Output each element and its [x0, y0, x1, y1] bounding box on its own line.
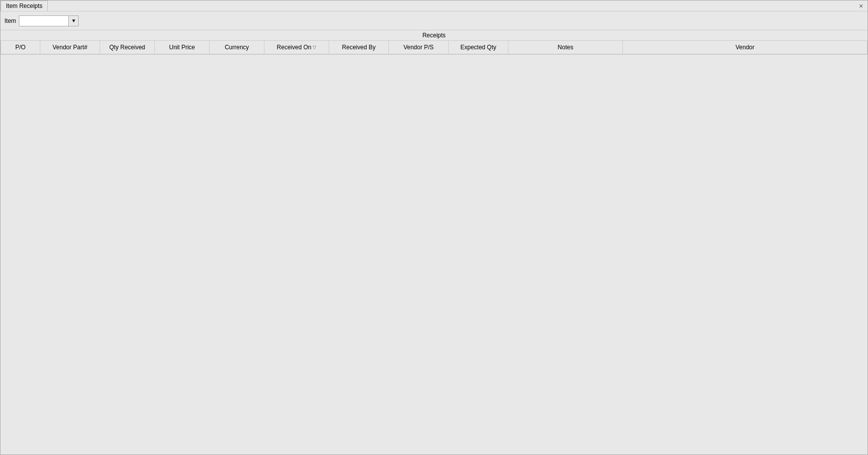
dropdown-arrow-icon: ▼: [71, 18, 76, 23]
col-header-vendor[interactable]: Vendor: [623, 41, 868, 54]
col-header-vendor-ps[interactable]: Vendor P/S: [389, 41, 449, 54]
title-bar: Item Receipts ×: [0, 0, 868, 11]
col-received-by-label: Received By: [342, 44, 375, 51]
col-notes-label: Notes: [558, 44, 573, 51]
item-label: Item: [4, 17, 16, 24]
title-bar-left: Item Receipts: [0, 0, 48, 11]
col-received-on-label: Received On: [277, 44, 311, 51]
item-combo: ▼: [19, 15, 79, 26]
sort-arrow-icon: ▽: [313, 45, 316, 50]
col-po-label: P/O: [15, 44, 26, 51]
col-header-vendor-part[interactable]: Vendor Part#: [40, 41, 100, 54]
col-vendor-label: Vendor: [736, 44, 754, 51]
col-header-received-on[interactable]: Received On ▽: [264, 41, 329, 54]
grid-container: Receipts P/O Vendor Part# Qty Received U…: [0, 30, 868, 455]
col-header-expected-qty[interactable]: Expected Qty: [449, 41, 508, 54]
close-button[interactable]: ×: [857, 1, 866, 10]
main-window: Item Receipts × Item ▼ Receipts P/O Vend…: [0, 0, 868, 455]
toolbar: Item ▼: [0, 11, 868, 30]
receipts-group-header: Receipts: [0, 30, 868, 41]
col-expected-qty-label: Expected Qty: [460, 44, 496, 51]
receipts-group-label: Receipts: [422, 32, 446, 39]
tab-label: Item Receipts: [6, 2, 42, 9]
grid-body: [0, 55, 868, 455]
col-header-unit-price[interactable]: Unit Price: [155, 41, 210, 54]
col-header-po[interactable]: P/O: [0, 41, 40, 54]
item-dropdown-button[interactable]: ▼: [69, 15, 79, 26]
item-input[interactable]: [19, 15, 69, 26]
column-headers: P/O Vendor Part# Qty Received Unit Price…: [0, 41, 868, 55]
col-qty-label: Qty Received: [109, 44, 145, 51]
col-header-received-by[interactable]: Received By: [329, 41, 389, 54]
col-header-qty-received[interactable]: Qty Received: [100, 41, 155, 54]
col-vendor-part-label: Vendor Part#: [52, 44, 87, 51]
col-vendor-ps-label: Vendor P/S: [403, 44, 434, 51]
col-currency-label: Currency: [225, 44, 249, 51]
col-unit-price-label: Unit Price: [169, 44, 195, 51]
col-header-currency[interactable]: Currency: [210, 41, 264, 54]
col-header-notes[interactable]: Notes: [508, 41, 623, 54]
tab-item-receipts[interactable]: Item Receipts: [0, 0, 48, 11]
